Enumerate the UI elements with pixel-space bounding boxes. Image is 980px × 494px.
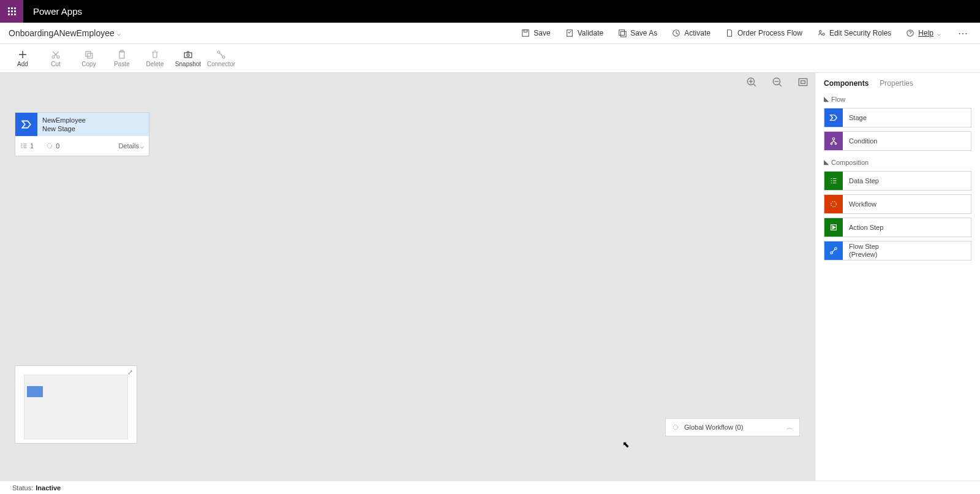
svg-rect-21: [799, 78, 807, 85]
svg-rect-0: [522, 30, 529, 37]
zoom-in-button[interactable]: [746, 77, 757, 88]
component-flow-step[interactable]: Flow Step (Preview): [824, 241, 971, 260]
plus-icon: [18, 50, 28, 59]
cursor-icon: ⬉: [622, 439, 630, 449]
svg-rect-22: [801, 81, 805, 84]
tab-properties[interactable]: Properties: [880, 79, 913, 91]
workflow-count-icon: 0: [46, 142, 59, 150]
minimap[interactable]: ⤢: [15, 365, 137, 444]
right-panel: Components Properties ◣ Flow Stage Condi…: [815, 73, 980, 481]
stage-icon: [824, 108, 843, 127]
svg-point-23: [47, 143, 52, 148]
toolbar: Add Cut Copy Paste Delete Snapshot Conne…: [0, 44, 980, 73]
more-options-button[interactable]: ⋯: [956, 28, 971, 39]
stage-footer: 1 0 Details ⌵: [15, 136, 149, 156]
stage-card[interactable]: NewEmployee New Stage 1 0 Details ⌵: [15, 112, 149, 156]
edit-security-roles-button[interactable]: Edit Security Roles: [817, 29, 891, 37]
svg-point-9: [52, 56, 55, 58]
delete-button[interactable]: Delete: [138, 44, 172, 72]
svg-point-26: [831, 143, 832, 145]
svg-rect-13: [119, 51, 124, 58]
svg-point-7: [823, 33, 825, 36]
snapshot-button[interactable]: Snapshot: [172, 44, 205, 72]
save-icon: [521, 29, 530, 37]
svg-rect-1: [524, 30, 527, 32]
status-value: Inactive: [36, 484, 61, 492]
svg-point-6: [819, 31, 821, 33]
document-icon: [725, 29, 734, 37]
stage-header: NewEmployee New Stage: [15, 113, 149, 136]
connector-icon: [216, 50, 226, 59]
svg-rect-11: [86, 51, 91, 56]
minimap-stage-icon: [27, 386, 43, 397]
zoom-controls: [746, 77, 809, 88]
chevron-down-icon: ⌵: [140, 143, 144, 150]
chevron-down-icon: ⌵: [117, 30, 121, 37]
help-icon: [906, 29, 914, 37]
svg-rect-12: [88, 53, 92, 58]
canvas[interactable]: NewEmployee New Stage 1 0 Details ⌵ ⤢: [0, 73, 815, 481]
stage-name-label: New Stage: [42, 124, 86, 133]
svg-point-25: [832, 138, 835, 140]
app-launcher-button[interactable]: [0, 0, 23, 23]
collapse-icon: ◣: [824, 158, 829, 166]
stage-icon: [15, 113, 37, 136]
connector-button[interactable]: Connector: [205, 44, 238, 72]
tab-components[interactable]: Components: [824, 79, 869, 91]
trash-icon: [150, 50, 160, 59]
save-as-button[interactable]: Save As: [618, 29, 657, 37]
global-workflow-label: Global Workflow (0): [684, 424, 743, 431]
cut-button[interactable]: Cut: [39, 44, 72, 72]
flow-name-label: OnboardingANewEmployee: [9, 28, 115, 38]
help-button[interactable]: Help ⌵: [906, 29, 941, 37]
component-condition[interactable]: Condition: [824, 131, 971, 151]
action-step-icon: [824, 218, 843, 237]
component-workflow[interactable]: Workflow: [824, 194, 971, 214]
zoom-out-button[interactable]: [772, 77, 783, 88]
order-process-flow-button[interactable]: Order Process Flow: [725, 29, 802, 37]
app-name: Power Apps: [23, 0, 92, 23]
save-button[interactable]: Save: [521, 29, 550, 37]
group-composition[interactable]: ◣ Composition: [815, 154, 980, 167]
stage-entity-label: NewEmployee: [42, 116, 86, 124]
security-icon: [817, 29, 826, 37]
top-bar: Power Apps: [0, 0, 980, 23]
copy-button[interactable]: Copy: [72, 44, 105, 72]
flow-step-icon: [824, 241, 843, 260]
steps-count-icon: 1: [20, 142, 34, 150]
collapse-icon: ◣: [824, 95, 829, 103]
global-workflow-bar[interactable]: Global Workflow (0) ︿: [665, 418, 800, 436]
minimap-viewport: [24, 374, 128, 439]
command-bar: OnboardingANewEmployee ⌵ Save Validate S…: [0, 23, 980, 44]
svg-rect-4: [621, 31, 627, 37]
activate-icon: [672, 29, 680, 37]
component-stage[interactable]: Stage: [824, 108, 971, 127]
component-action-step[interactable]: Action Step: [824, 218, 971, 237]
details-toggle[interactable]: Details ⌵: [118, 142, 144, 150]
group-flow[interactable]: ◣ Flow: [815, 91, 980, 104]
minimap-expand-icon[interactable]: ⤢: [127, 368, 133, 376]
paste-icon: [117, 50, 127, 59]
svg-rect-15: [184, 53, 192, 58]
waffle-icon: [8, 7, 16, 15]
camera-icon: [183, 50, 193, 59]
fit-to-screen-button[interactable]: [797, 77, 809, 88]
svg-point-27: [835, 143, 837, 145]
flow-name-dropdown[interactable]: OnboardingANewEmployee ⌵: [9, 28, 121, 38]
paste-button[interactable]: Paste: [105, 44, 138, 72]
data-step-icon: [824, 172, 843, 190]
workflow-icon: [824, 195, 843, 213]
condition-icon: [824, 132, 843, 150]
validate-icon: [565, 29, 574, 37]
svg-point-28: [831, 202, 837, 207]
activate-button[interactable]: Activate: [672, 29, 710, 37]
validate-button[interactable]: Validate: [565, 29, 603, 37]
add-button[interactable]: Add: [6, 44, 39, 72]
svg-rect-3: [619, 30, 625, 36]
status-bar: Status: Inactive: [0, 481, 980, 494]
scissors-icon: [51, 50, 61, 59]
chevron-down-icon: ⌵: [937, 30, 941, 37]
svg-point-16: [187, 54, 189, 56]
component-data-step[interactable]: Data Step: [824, 171, 971, 191]
svg-point-10: [57, 56, 59, 58]
